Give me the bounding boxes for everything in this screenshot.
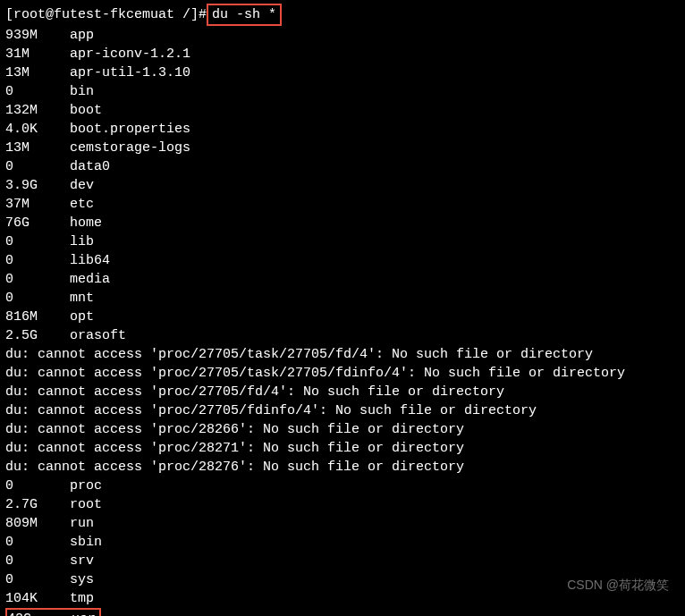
error-line: du: cannot access 'proc/27705/task/27705… (5, 364, 680, 383)
entry-name: apr-iconv-1.2.1 (70, 45, 190, 63)
entry-name: etc (70, 195, 94, 214)
entry-size: 939M (5, 26, 70, 45)
du-entry: 0mnt (5, 289, 680, 308)
error-line: du: cannot access 'proc/27705/fdinfo/4':… (5, 401, 680, 420)
entry-name: lib (70, 232, 94, 251)
error-line: du: cannot access 'proc/27705/fd/4': No … (5, 383, 680, 401)
entry-name: root (70, 495, 102, 514)
du-entry: 0bin (5, 82, 680, 101)
entry-size: 3.9G (5, 176, 70, 195)
entry-size: 0 (5, 270, 70, 289)
entry-name: tmp (70, 589, 94, 608)
entry-name: data0 (70, 157, 110, 176)
du-entry: 0srv (5, 552, 680, 570)
highlighted-row-container: 42G usr (5, 608, 680, 616)
entry-name: boot.properties (70, 120, 190, 139)
entry-size: 31M (5, 45, 70, 63)
entry-name: mnt (70, 289, 94, 308)
entry-size: 0 (5, 251, 70, 270)
entry-size: 809M (5, 514, 70, 533)
du-entry: 0media (5, 270, 680, 289)
du-entry: 0lib (5, 232, 680, 251)
entry-size: 0 (5, 232, 70, 251)
entry-size: 13M (5, 63, 70, 82)
entry-size: 0 (5, 289, 70, 308)
du-entry: 2.5Gorasoft (5, 326, 680, 345)
entry-size: 42G (7, 610, 72, 616)
command-text: du -sh * (212, 7, 276, 22)
du-entry: 76Ghome (5, 214, 680, 232)
entry-size: 2.5G (5, 326, 70, 345)
entry-size: 4.0K (5, 120, 70, 139)
du-entry: 13Mapr-util-1.3.10 (5, 63, 680, 82)
highlighted-entry-box: 42G usr (5, 608, 101, 616)
prompt-line: [root@futest-fkcemuat /]# du -sh * (5, 4, 680, 26)
du-output-top: 939Mapp31Mapr-iconv-1.2.113Mapr-util-1.3… (5, 26, 680, 345)
du-entry: 37Metc (5, 195, 680, 214)
entry-name: proc (70, 477, 102, 495)
entry-size: 0 (5, 533, 70, 552)
du-entry: 0lib64 (5, 251, 680, 270)
entry-name: sys (70, 570, 94, 589)
entry-name: srv (70, 552, 94, 570)
entry-name: orasoft (70, 326, 126, 345)
shell-prompt: [root@futest-fkcemuat /]# (5, 5, 207, 24)
entry-name: sbin (70, 533, 102, 552)
entry-size: 816M (5, 308, 70, 326)
du-entry: 0sbin (5, 533, 680, 552)
entry-size: 0 (5, 82, 70, 101)
entry-name: home (70, 214, 102, 232)
du-entry: 31Mapr-iconv-1.2.1 (5, 45, 680, 63)
entry-size: 104K (5, 589, 70, 608)
error-line: du: cannot access 'proc/28276': No such … (5, 458, 680, 477)
entry-size: 0 (5, 570, 70, 589)
du-entry: 4.0Kboot.properties (5, 120, 680, 139)
entry-name: app (70, 26, 94, 45)
entry-name: usr (72, 610, 96, 616)
entry-size: 13M (5, 139, 70, 157)
entry-size: 132M (5, 101, 70, 120)
du-entry: 3.9Gdev (5, 176, 680, 195)
entry-name: apr-util-1.3.10 (70, 63, 190, 82)
entry-size: 0 (5, 157, 70, 176)
du-entry: 13Mcemstorage-logs (5, 139, 680, 157)
entry-size: 0 (5, 477, 70, 495)
entry-name: lib64 (70, 251, 110, 270)
du-entry: 816Mopt (5, 308, 680, 326)
error-line: du: cannot access 'proc/28271': No such … (5, 439, 680, 458)
command-highlight-box: du -sh * (207, 4, 282, 26)
entry-size: 2.7G (5, 495, 70, 514)
du-entry: 809Mrun (5, 514, 680, 533)
entry-name: media (70, 270, 110, 289)
du-entry: 132Mboot (5, 101, 680, 120)
entry-name: dev (70, 176, 94, 195)
entry-size: 76G (5, 214, 70, 232)
entry-name: boot (70, 101, 102, 120)
du-entry: 939Mapp (5, 26, 680, 45)
du-entry: 0data0 (5, 157, 680, 176)
entry-name: opt (70, 308, 94, 326)
watermark: CSDN @荷花微笑 (567, 577, 669, 595)
du-errors: du: cannot access 'proc/27705/task/27705… (5, 345, 680, 477)
error-line: du: cannot access 'proc/28266': No such … (5, 420, 680, 439)
entry-name: run (70, 514, 94, 533)
entry-name: bin (70, 82, 94, 101)
du-entry: 0proc (5, 477, 680, 495)
error-line: du: cannot access 'proc/27705/task/27705… (5, 345, 680, 364)
entry-name: cemstorage-logs (70, 139, 190, 157)
entry-size: 37M (5, 195, 70, 214)
entry-size: 0 (5, 552, 70, 570)
du-entry: 2.7Groot (5, 495, 680, 514)
